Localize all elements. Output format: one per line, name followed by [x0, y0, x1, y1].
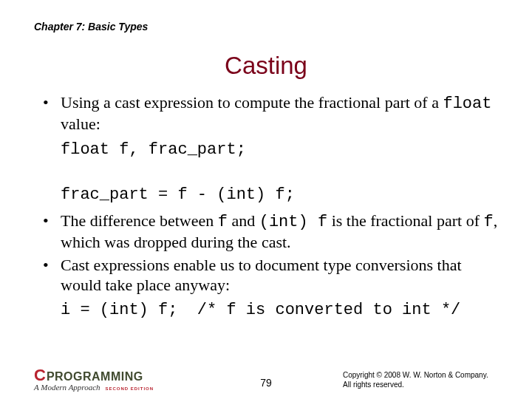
book-logo: C PROGRAMMING A Modern Approach SECOND E…: [34, 367, 154, 392]
copyright: Copyright © 2008 W. W. Norton & Company.…: [343, 370, 498, 389]
bullet-item: The difference between f and (int) f is …: [40, 211, 498, 253]
bullet-text: Using a cast expression to compute the f…: [61, 93, 443, 112]
slide: Chapter 7: Basic Types Casting Using a c…: [0, 0, 532, 399]
page-number: 79: [260, 377, 272, 389]
logo-subtitle: A Modern Approach: [34, 383, 100, 392]
inline-code: f: [484, 213, 494, 231]
bullet-item: Using a cast expression to compute the f…: [40, 93, 498, 134]
logo-sub-row: A Modern Approach SECOND EDITION: [34, 383, 154, 392]
chapter-label: Chapter 7: Basic Types: [34, 21, 498, 33]
bullet-text: Cast expressions enable us to document t…: [61, 256, 462, 294]
inline-code: float: [443, 95, 491, 113]
bullet-list: The difference between f and (int) f is …: [40, 211, 498, 295]
bullet-text: and: [228, 211, 259, 230]
slide-title: Casting: [34, 52, 498, 80]
code-block: float f, frac_part; frac_part = f - (int…: [61, 139, 498, 207]
copyright-line: Copyright © 2008 W. W. Norton & Company.: [343, 370, 498, 380]
logo-top-row: C PROGRAMMING: [34, 367, 154, 383]
inline-code: (int) f: [259, 213, 327, 231]
bullet-list: Using a cast expression to compute the f…: [40, 93, 498, 134]
logo-programming: PROGRAMMING: [47, 371, 143, 383]
inline-code: f: [218, 213, 228, 231]
bullet-text: The difference between: [61, 211, 218, 230]
bullet-item: Cast expressions enable us to document t…: [40, 256, 498, 296]
copyright-line: All rights reserved.: [343, 380, 498, 389]
code-block: i = (int) f; /* f is converted to int */: [61, 299, 498, 322]
logo-c: C: [34, 367, 45, 383]
logo-edition: SECOND EDITION: [105, 386, 154, 391]
bullet-text: value:: [61, 115, 100, 133]
bullet-text: is the fractional part of: [327, 211, 483, 230]
footer: C PROGRAMMING A Modern Approach SECOND E…: [34, 367, 498, 392]
